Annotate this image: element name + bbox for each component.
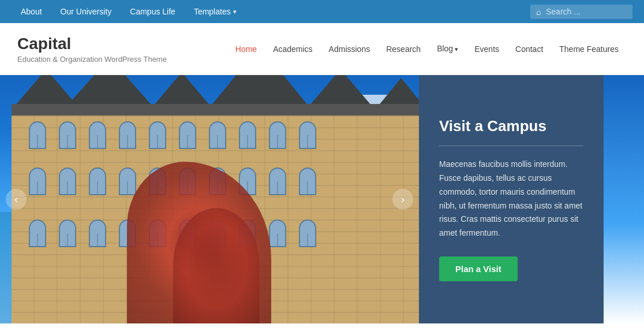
hero-panel-title: Visit a Campus — [439, 117, 583, 135]
building-main-body — [12, 104, 419, 323]
nav-research[interactable]: Research — [378, 38, 429, 61]
nav-admissions[interactable]: Admissions — [321, 38, 379, 61]
nav-theme-features[interactable]: Theme Features — [551, 38, 627, 61]
window — [29, 219, 46, 247]
window — [269, 219, 286, 247]
window — [299, 219, 316, 247]
site-tagline: Education & Organization WordPress Theme — [17, 55, 167, 64]
window — [119, 168, 136, 195]
hero-panel-divider — [439, 146, 583, 146]
top-nav-links: About Our University Campus Life Templat… — [12, 0, 246, 23]
window — [299, 168, 316, 195]
window — [59, 168, 76, 195]
nav-contact[interactable]: Contact — [507, 38, 551, 61]
prev-slide-button[interactable]: ‹ — [6, 189, 27, 210]
hero-panel-body: Maecenas faucibus mollis interdum. Fusce… — [439, 158, 583, 240]
ivy-foliage-2 — [173, 208, 260, 323]
search-bar: ⌕ — [530, 5, 632, 19]
hero-sky-right — [604, 75, 644, 323]
chevron-down-icon: ▾ — [233, 0, 237, 23]
windows-row-1 — [29, 121, 316, 149]
window — [269, 121, 286, 149]
search-icon: ⌕ — [536, 7, 541, 17]
nav-home[interactable]: Home — [227, 38, 265, 61]
nav-events[interactable]: Events — [466, 38, 507, 61]
hero-panel: Visit a Campus Maecenas faucibus mollis … — [419, 75, 604, 323]
plan-visit-button[interactable]: Plan a Visit — [439, 256, 518, 281]
nav-blog[interactable]: Blog — [429, 37, 466, 61]
main-navigation: Home Academics Admissions Research Blog … — [227, 37, 627, 61]
top-nav-about[interactable]: About — [12, 0, 51, 23]
site-header: Capital Education & Organization WordPre… — [0, 23, 644, 75]
window — [179, 121, 196, 149]
window — [89, 121, 106, 149]
hero-section: ‹ › Visit a Campus Maecenas faucibus mol… — [0, 75, 644, 323]
roof-band — [12, 104, 419, 116]
window — [209, 121, 226, 149]
window — [29, 168, 46, 195]
site-title: Capital — [17, 34, 167, 54]
window — [119, 121, 136, 149]
window — [59, 121, 76, 149]
nav-academics[interactable]: Academics — [265, 38, 320, 61]
top-navigation: About Our University Campus Life Templat… — [0, 0, 644, 23]
next-slide-button[interactable]: › — [392, 189, 413, 210]
window — [29, 121, 46, 149]
top-nav-templates[interactable]: Templates ▾ — [185, 0, 246, 23]
window — [269, 168, 286, 195]
window — [59, 219, 76, 247]
window — [239, 121, 256, 149]
top-nav-our-university[interactable]: Our University — [51, 0, 121, 23]
window — [299, 121, 316, 149]
window — [89, 168, 106, 195]
window — [89, 219, 106, 247]
building — [0, 137, 419, 324]
site-branding: Capital Education & Organization WordPre… — [17, 34, 167, 64]
hero-image: ‹ › — [0, 75, 419, 323]
top-nav-campus-life[interactable]: Campus Life — [121, 0, 185, 23]
search-input[interactable] — [546, 7, 627, 16]
window — [149, 121, 166, 149]
